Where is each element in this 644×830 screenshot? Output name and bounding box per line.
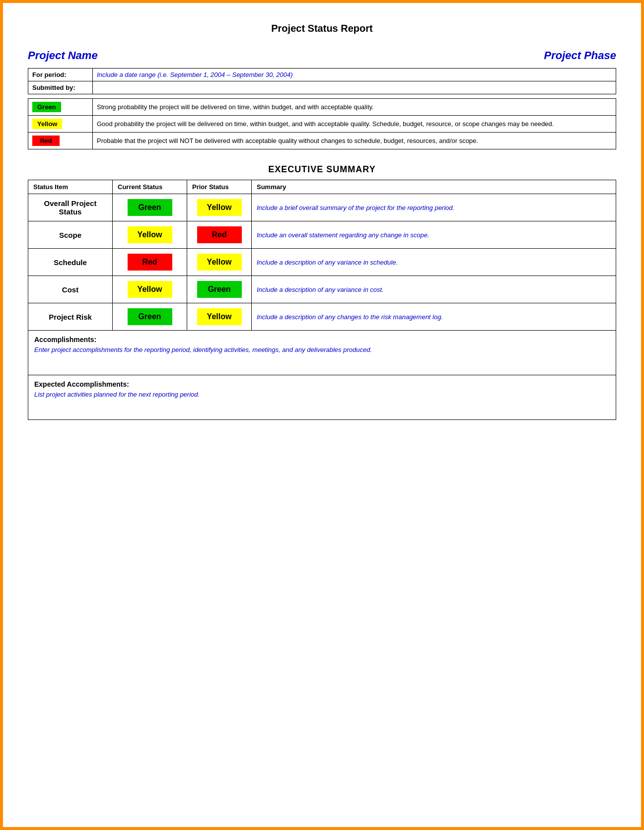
legend-row-green: Green Strong probability the project wil… bbox=[28, 99, 616, 116]
status-item-cell: Cost bbox=[28, 276, 113, 303]
submitted-by-value bbox=[93, 81, 616, 94]
legend-row-red: Red Probable that the project will NOT b… bbox=[28, 133, 616, 149]
submitted-by-label: Submitted by: bbox=[28, 81, 93, 94]
executive-summary-title: EXECUTIVE SUMMARY bbox=[28, 164, 616, 175]
col-current-status: Current Status bbox=[113, 180, 187, 194]
current-status-cell: Yellow bbox=[113, 276, 187, 303]
legend-table: Green Strong probability the project wil… bbox=[28, 98, 616, 149]
prior-status-cell: Red bbox=[187, 221, 252, 249]
summary-cell: Include a description of any variance in… bbox=[252, 276, 616, 303]
for-period-label: For period: bbox=[28, 69, 93, 81]
col-prior-status: Prior Status bbox=[187, 180, 252, 194]
legend-red-text: Probable that the project will NOT be de… bbox=[93, 133, 616, 149]
accomplishments-title: Accomplishments: bbox=[34, 336, 610, 344]
legend-yellow-text: Good probability the project will be del… bbox=[93, 116, 616, 133]
executive-summary-table: Status Item Current Status Prior Status … bbox=[28, 180, 616, 331]
status-item-cell: Overall Project Status bbox=[28, 194, 113, 221]
summary-cell: Include an overall statement regarding a… bbox=[252, 221, 616, 249]
table-row: Project RiskGreenYellowInclude a descrip… bbox=[28, 303, 616, 331]
project-name-label: Project Name bbox=[28, 49, 98, 62]
info-table: For period: Include a date range (i.e. S… bbox=[28, 68, 616, 94]
page-title: Project Status Report bbox=[28, 23, 616, 34]
table-row: ScopeYellowRedInclude an overall stateme… bbox=[28, 221, 616, 249]
legend-yellow-badge: Yellow bbox=[28, 116, 93, 133]
summary-cell: Include a description of any variance in… bbox=[252, 249, 616, 276]
summary-cell: Include a description of any changes to … bbox=[252, 303, 616, 331]
legend-red-badge: Red bbox=[28, 133, 93, 149]
executive-summary-wrapper: Status Item Current Status Prior Status … bbox=[28, 180, 616, 420]
current-status-cell: Yellow bbox=[113, 221, 187, 249]
expected-title: Expected Accomplishments: bbox=[34, 380, 610, 388]
expected-text: List project activities planned for the … bbox=[34, 391, 610, 398]
status-item-cell: Project Risk bbox=[28, 303, 113, 331]
for-period-value: Include a date range (i.e. September 1, … bbox=[93, 69, 616, 81]
legend-green-text: Strong probability the project will be d… bbox=[93, 99, 616, 116]
status-item-cell: Schedule bbox=[28, 249, 113, 276]
legend-row-yellow: Yellow Good probability the project will… bbox=[28, 116, 616, 133]
prior-status-cell: Yellow bbox=[187, 303, 252, 331]
current-status-cell: Green bbox=[113, 194, 187, 221]
accomplishments-section: Accomplishments: Enter project accomplis… bbox=[28, 331, 616, 375]
expected-section: Expected Accomplishments: List project a… bbox=[28, 375, 616, 420]
table-row: CostYellowGreenInclude a description of … bbox=[28, 276, 616, 303]
status-item-cell: Scope bbox=[28, 221, 113, 249]
prior-status-cell: Green bbox=[187, 276, 252, 303]
current-status-cell: Red bbox=[113, 249, 187, 276]
project-phase-label: Project Phase bbox=[544, 49, 616, 62]
accomplishments-text: Enter project accomplishments for the re… bbox=[34, 346, 610, 353]
summary-cell: Include a brief overall summary of the p… bbox=[252, 194, 616, 221]
table-row: Overall Project StatusGreenYellowInclude… bbox=[28, 194, 616, 221]
table-row: ScheduleRedYellowInclude a description o… bbox=[28, 249, 616, 276]
current-status-cell: Green bbox=[113, 303, 187, 331]
legend-green-badge: Green bbox=[28, 99, 93, 116]
prior-status-cell: Yellow bbox=[187, 249, 252, 276]
prior-status-cell: Yellow bbox=[187, 194, 252, 221]
col-summary: Summary bbox=[252, 180, 616, 194]
col-status-item: Status Item bbox=[28, 180, 113, 194]
